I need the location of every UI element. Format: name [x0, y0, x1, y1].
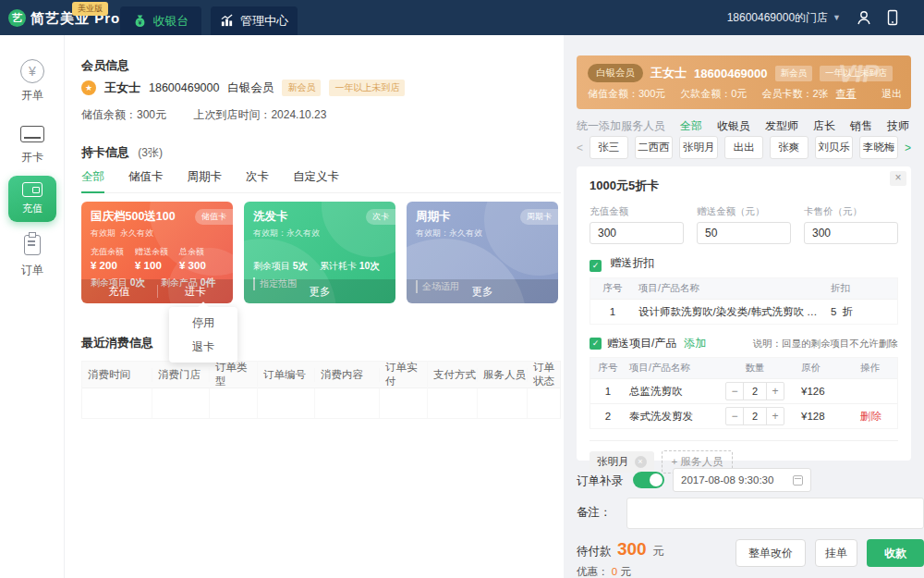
datetime-picker[interactable]: 2017-08-08 9:30:30 — [673, 468, 811, 492]
card-validity: 有效期 永久有效 — [91, 228, 224, 240]
sidebar-item-open-order[interactable]: ¥ 开单 — [0, 59, 65, 104]
discount-unit: 元 — [620, 566, 631, 577]
remark-input[interactable] — [626, 498, 924, 529]
staff-chip[interactable]: 出出 — [724, 136, 763, 159]
remark-label: 备注： — [577, 506, 612, 519]
due-amount: 300 — [617, 539, 647, 559]
staff-chip-row: < 张三 二西西 张明月 出出 张爽 刘贝乐 李晓梅 > — [577, 136, 911, 159]
view-link[interactable]: 查看 — [836, 87, 857, 101]
due-label: 待付款 — [577, 545, 612, 558]
order-backfill-toggle[interactable] — [633, 472, 664, 488]
remove-icon[interactable]: × — [635, 456, 647, 468]
money-bag-icon: ¥ — [133, 14, 147, 28]
staff-chip[interactable]: 刘贝乐 — [815, 136, 854, 159]
card-validity: 有效期：永久有效 — [253, 228, 386, 240]
add-item-link[interactable]: 添加 — [684, 336, 706, 351]
checkbox-checked-icon[interactable]: ✓ — [590, 338, 602, 350]
store-selector[interactable]: 18600469000的门店 ▼ — [727, 0, 841, 35]
sidebar-item-open-card[interactable]: 开卡 — [0, 126, 65, 166]
gift-item-row: 1 总监洗剪吹 −2+ ¥126 — [590, 378, 897, 403]
recent-consumption-title: 最近消费信息 — [81, 335, 153, 351]
form-title: 1000元5折卡 — [590, 178, 898, 194]
member-card-period: 周期卡 周期卡 有效期：永久有效 全场适用 更多 — [407, 202, 558, 303]
role-technician[interactable]: 技师 — [887, 118, 909, 134]
checkbox-checked-icon[interactable]: ✓ — [590, 260, 602, 272]
chevron-right-icon[interactable]: > — [905, 141, 911, 154]
table-header-row: 消费时间 消费门店 订单类型 订单编号 消费内容 订单实付 支付方式 服务人员 … — [82, 362, 560, 387]
collect-payment-button[interactable]: 收款 — [867, 539, 924, 567]
menu-item-disable[interactable]: 停用 — [169, 311, 237, 335]
user-icon[interactable] — [855, 8, 873, 27]
last-visit-label: 上次到店时间： — [193, 108, 271, 121]
staff-role-filter: 统一添加服务人员 全部 收银员 发型师 店长 销售 技师 — [577, 118, 909, 134]
wallet-icon — [22, 182, 43, 197]
minus-icon[interactable]: − — [726, 408, 743, 424]
member-card-stored-value: 储值卡 国庆档500送100 有效期 永久有效 充值余额¥ 200 赠送余额¥ … — [81, 202, 233, 303]
staff-chip[interactable]: 李晓梅 — [859, 136, 898, 159]
exit-member-button[interactable]: 退出 — [881, 87, 902, 101]
sidebar-item-recharge-active[interactable]: 充值 — [8, 176, 56, 222]
tab-period[interactable]: 周期卡 — [188, 169, 223, 185]
card-type-tabs: 全部 储值卡 周期卡 次卡 自定义卡 — [81, 169, 561, 193]
card-more-button[interactable]: 更多 — [407, 279, 558, 303]
tab-cashier[interactable]: ¥ 收银台 — [120, 6, 201, 35]
member-info-title: 会员信息 — [81, 57, 129, 74]
selected-staff-chip: 张明月× — [590, 451, 654, 473]
menu-item-refund-card[interactable]: 退卡 — [169, 335, 237, 359]
datetime-value: 2017-08-08 9:30:30 — [681, 474, 773, 486]
plus-icon[interactable]: + — [767, 408, 784, 424]
card-more-button[interactable]: 更多 — [244, 279, 395, 303]
minus-icon[interactable]: − — [726, 383, 743, 400]
amount-fields: 充值金额 赠送金额（元） 卡售价（元） — [590, 205, 898, 244]
order-backfill-row: 订单补录 2017-08-08 9:30:30 — [577, 472, 664, 489]
svg-text:¥: ¥ — [138, 19, 141, 26]
tab-admin-center[interactable]: 管理中心 — [211, 6, 298, 35]
mobile-device-icon[interactable] — [883, 8, 902, 27]
member-name: 王女士 — [104, 80, 140, 96]
card-recharge-button[interactable]: 充值 — [81, 279, 157, 303]
tab-times[interactable]: 次卡 — [246, 169, 269, 185]
top-bar: 艺 简艺美业 Pro 美业版 ¥ 收银台 管理中心 18600469000的门店… — [0, 0, 924, 35]
role-cashier[interactable]: 收银员 — [717, 118, 750, 134]
gift-discount-section: ✓ 赠送折扣 — [590, 255, 898, 272]
change-price-button[interactable]: 整单改价 — [736, 539, 806, 567]
delete-link[interactable]: 删除 — [857, 410, 897, 424]
role-all[interactable]: 全部 — [680, 118, 702, 134]
recharge-amount-input[interactable] — [590, 222, 684, 244]
card-renew-button[interactable]: 进卡 — [158, 279, 234, 303]
tab-stored-value[interactable]: 储值卡 — [128, 169, 164, 185]
consumption-table: 消费时间 消费门店 订单类型 订单编号 消费内容 订单实付 支付方式 服务人员 … — [81, 361, 561, 419]
role-sales[interactable]: 销售 — [850, 118, 872, 134]
gift-items-section: ✓ 赠送项目/产品 添加 说明：回显的剩余项目不允许删除 — [590, 336, 898, 351]
gift-items-table: 序号 项目/产品名称 数量 原价 操作 1 总监洗剪吹 −2+ ¥126 2 泰… — [590, 357, 898, 429]
card-count: 会员卡数：2张 — [761, 87, 828, 101]
chevron-left-icon[interactable]: < — [577, 141, 583, 154]
debt-amount: 欠款金额：0元 — [680, 87, 747, 101]
close-icon[interactable]: × — [890, 171, 906, 186]
staff-chip[interactable]: 张明月 — [679, 136, 718, 159]
tab-all[interactable]: 全部 — [81, 169, 104, 185]
card-validity: 有效期：永久有效 — [416, 228, 549, 240]
staff-chip[interactable]: 张爽 — [770, 136, 808, 159]
staff-chip[interactable]: 二西西 — [635, 136, 674, 159]
sidebar-item-orders[interactable]: 订单 — [0, 235, 65, 278]
plus-icon[interactable]: + — [767, 383, 784, 400]
sidebar-label: 开卡 — [0, 150, 65, 166]
card-type-badge: 周期卡 — [520, 209, 558, 225]
last-visit-value: 2024.10.23 — [271, 108, 326, 121]
vip-member-bar: VIP 白银会员 王女士 18600469000 新会员 一年以上未到店 储值金… — [577, 55, 911, 109]
member-panel: 会员信息 ★ 王女士 18600469000 白银会员 新会员 一年以上未到店 … — [65, 35, 564, 578]
member-badge-inactive: 一年以上未到店 — [329, 80, 405, 96]
hold-order-button[interactable]: 挂单 — [815, 539, 857, 567]
staff-chip[interactable]: 张三 — [590, 136, 628, 159]
role-stylist[interactable]: 发型师 — [765, 118, 798, 134]
gift-amount-input[interactable] — [697, 222, 791, 244]
sidebar-label: 订单 — [0, 263, 65, 278]
chevron-down-icon: ▼ — [833, 13, 841, 22]
card-balances: 充值余额¥ 200 赠送余额¥ 100 总余额¥ 300 — [91, 246, 224, 271]
member-card-times: 次卡 洗发卡 有效期：永久有效 剩余项目 5次 累计耗卡 10次 指定范围 更多 — [244, 202, 395, 303]
role-manager[interactable]: 店长 — [813, 118, 835, 134]
tab-custom[interactable]: 自定义卡 — [293, 169, 339, 185]
card-price-input[interactable] — [804, 222, 898, 244]
member-badge-new: 新会员 — [282, 80, 321, 96]
